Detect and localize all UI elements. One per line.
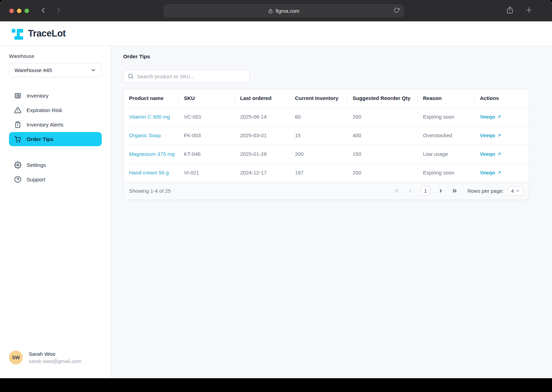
last-page-button[interactable] — [451, 188, 458, 194]
last-ordered-cell: 2025-06-14 — [235, 107, 289, 126]
sidebar-item-label: Inventory Alerts — [27, 122, 63, 128]
chevron-right-icon — [437, 188, 444, 194]
veeqo-link[interactable]: Veeqo — [480, 132, 502, 138]
sidebar-item-label: Order Tips — [27, 136, 53, 142]
sidebar-item-label: Expiration Risk — [27, 107, 62, 113]
rows-per-page-value: 4 — [511, 188, 514, 194]
product-link[interactable]: Vitamin C 500 mg — [129, 114, 170, 120]
suggested-qty-cell: 200 — [347, 163, 417, 182]
lock-icon — [268, 9, 273, 13]
warehouse-select[interactable]: Warehouse #45 — [9, 63, 102, 77]
product-link[interactable]: Magnesium 375 mg — [129, 151, 175, 157]
plus-icon — [525, 6, 533, 14]
rows-per-page-label: Rows per page: — [467, 188, 504, 194]
chevron-down-icon — [515, 189, 520, 193]
share-button[interactable] — [506, 6, 514, 14]
secondary-nav: Settings Support — [9, 158, 102, 187]
table-row: Hand cream 50 g VI-021 2024-12-17 197 20… — [124, 163, 529, 182]
reload-button[interactable] — [394, 7, 400, 13]
sidebar-item-settings[interactable]: Settings — [9, 158, 102, 172]
help-circle-icon — [14, 176, 21, 183]
veeqo-link-label: Veeqo — [480, 132, 495, 138]
last-ordered-cell: 2025-01-28 — [235, 144, 289, 163]
minimize-window-button[interactable] — [17, 9, 21, 13]
sku-cell: VI-021 — [178, 163, 235, 182]
veeqo-link-label: Veeqo — [480, 170, 495, 175]
last-ordered-cell: 2025-03-01 — [235, 126, 289, 144]
search-input[interactable] — [137, 73, 245, 79]
sku-cell: VC-001 — [178, 107, 235, 126]
reason-cell: Low usage — [417, 144, 474, 163]
column-header-reason: Reason — [417, 89, 474, 107]
chevron-right-icon — [55, 6, 63, 14]
column-header-suggested-reorder-qty: Suggested Reorder Qty — [347, 89, 417, 107]
last-ordered-cell: 2024-12-17 — [235, 163, 289, 182]
order-tips-table: Product name SKU Last ordered Current In… — [124, 89, 529, 182]
zoom-window-button[interactable] — [24, 9, 29, 13]
showing-range-text: Showing 1-4 of 25 — [129, 188, 171, 194]
first-page-button[interactable] — [393, 188, 400, 194]
external-link-icon — [497, 114, 502, 119]
gear-icon — [14, 161, 21, 169]
sidebar-item-label: Settings — [27, 162, 46, 168]
sku-cell: KT-046 — [178, 144, 235, 163]
new-tab-button[interactable] — [525, 6, 533, 14]
search-box — [123, 70, 249, 83]
pagination: 1 — [393, 186, 458, 195]
sidebar-item-expiration-risk[interactable]: Expiration Risk — [9, 103, 102, 117]
column-header-product-name: Product name — [124, 89, 178, 107]
previous-page-button[interactable] — [407, 188, 414, 194]
browser-window: figma.com TraceLot — [0, 0, 552, 378]
current-inventory-cell: 60 — [289, 107, 347, 126]
browser-forward-button[interactable] — [55, 6, 63, 14]
address-bar[interactable]: figma.com — [164, 4, 404, 17]
sidebar: Warehouse Warehouse #45 Inventory Expira… — [0, 46, 111, 378]
chevron-left-icon — [407, 188, 414, 194]
rows-per-page-select[interactable]: 4 — [508, 186, 523, 196]
tracelot-logo-icon — [11, 28, 23, 40]
warning-triangle-icon — [14, 107, 21, 114]
sidebar-item-inventory[interactable]: Inventory — [9, 89, 102, 103]
external-link-icon — [497, 152, 502, 156]
avatar: SW — [9, 351, 23, 364]
product-link[interactable]: Organic Soap — [129, 132, 161, 138]
order-tips-table-card: Product name SKU Last ordered Current In… — [123, 89, 529, 200]
veeqo-link[interactable]: Veeqo — [480, 114, 502, 120]
column-header-actions: Actions — [474, 89, 529, 107]
chevron-left-icon — [39, 6, 47, 14]
app-header: TraceLot — [0, 21, 552, 46]
veeqo-link-label: Veeqo — [480, 151, 495, 157]
user-profile[interactable]: SW Sarah Woo sarah.woo@gmail.com — [9, 351, 102, 364]
suggested-qty-cell: 150 — [347, 144, 417, 163]
column-header-sku: SKU — [178, 89, 235, 107]
suggested-qty-cell: 200 — [347, 107, 417, 126]
external-link-icon — [497, 170, 502, 175]
chevron-down-icon — [90, 67, 96, 73]
sidebar-item-inventory-alerts[interactable]: Inventory Alerts — [9, 118, 102, 132]
window-controls — [9, 9, 29, 13]
close-window-button[interactable] — [9, 9, 14, 13]
next-page-button[interactable] — [437, 188, 444, 194]
reason-cell: Expiring soon — [417, 163, 474, 182]
sidebar-item-label: Support — [27, 177, 45, 183]
sidebar-item-order-tips[interactable]: Order Tips — [9, 132, 102, 146]
column-header-current-inventory: Current Inventory — [289, 89, 347, 107]
cart-icon — [14, 135, 21, 143]
table-footer: Showing 1-4 of 25 1 — [124, 182, 529, 200]
reason-cell: Overstocked — [417, 126, 474, 144]
sku-cell: FK-003 — [178, 126, 235, 144]
veeqo-link[interactable]: Veeqo — [480, 151, 502, 157]
veeqo-link[interactable]: Veeqo — [480, 170, 502, 175]
table-row: Vitamin C 500 mg VC-001 2025-06-14 60 20… — [124, 107, 529, 126]
product-link[interactable]: Hand cream 50 g — [129, 170, 169, 175]
inventory-icon — [14, 92, 21, 99]
suggested-qty-cell: 400 — [347, 126, 417, 144]
share-icon — [506, 6, 514, 14]
sidebar-item-label: Inventory — [27, 93, 49, 99]
primary-nav: Inventory Expiration Risk Inventory Aler… — [9, 89, 102, 146]
sidebar-item-support[interactable]: Support — [9, 172, 102, 187]
page-number-input[interactable]: 1 — [421, 186, 430, 195]
browser-back-button[interactable] — [39, 6, 47, 14]
user-name: Sarah Woo — [29, 351, 81, 357]
veeqo-link-label: Veeqo — [480, 114, 495, 120]
